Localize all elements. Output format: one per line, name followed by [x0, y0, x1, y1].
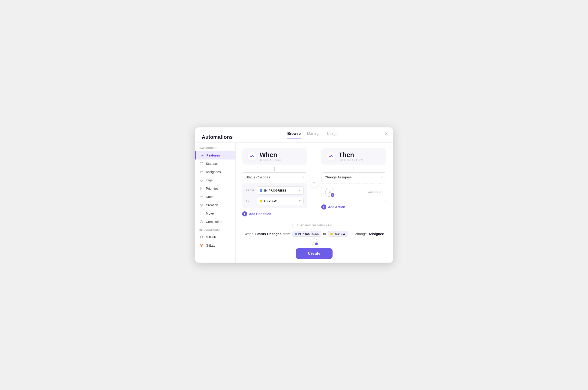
- sidebar-item-creation[interactable]: Creation: [195, 201, 235, 209]
- when-logo: [248, 152, 256, 161]
- tag-icon: [199, 178, 204, 182]
- sidebar-item-priorities[interactable]: Priorities: [195, 184, 235, 193]
- then-header: Then DO THIS ACTION: [321, 148, 387, 165]
- sidebar-item-dates[interactable]: Dates: [195, 193, 235, 201]
- github-icon: [199, 235, 204, 239]
- sidebar-item-move-label: Move: [206, 212, 214, 215]
- add-condition-label: Add Condition: [249, 212, 271, 216]
- clickup-logo-then: [328, 153, 334, 159]
- sidebar-item-tags-label: Tags: [206, 178, 213, 182]
- summary-text: When Status Changes from IN PROGRESS to …: [242, 231, 386, 245]
- action-assignee-box[interactable]: + Advanced: [321, 183, 387, 201]
- advanced-label[interactable]: Advanced: [368, 190, 382, 194]
- tab-browse[interactable]: Browse: [287, 132, 301, 139]
- tab-usage[interactable]: Usage: [327, 132, 338, 139]
- sidebar-item-features-label: Features: [207, 153, 220, 157]
- assignee-plus-badge: +: [331, 193, 334, 197]
- trigger-type-dropdown[interactable]: Status Changes ▾: [242, 172, 307, 182]
- sidebar-item-gitlab-label: GitLab: [206, 244, 215, 247]
- svg-point-1: [201, 171, 202, 172]
- close-button[interactable]: ×: [385, 131, 388, 136]
- svg-point-10: [314, 241, 315, 242]
- sidebar-item-statuses[interactable]: Statuses: [195, 159, 235, 168]
- summary-status-changes: Status Changes: [255, 232, 281, 236]
- users-icon: [199, 170, 204, 174]
- sidebar-item-gitlab[interactable]: GitLab: [195, 241, 235, 250]
- check-circle-icon: [199, 220, 204, 224]
- then-title: Then: [339, 151, 363, 159]
- arrow-circle: →: [310, 178, 319, 187]
- sidebar-item-statuses-label: Statuses: [206, 162, 218, 165]
- summary-to-status: REVIEW: [334, 232, 346, 236]
- to-status-value: REVIEW: [264, 199, 277, 203]
- automations-modal: Automations Browse Manage Usage × CATEGO…: [195, 127, 393, 263]
- modal-title: Automations: [202, 134, 239, 140]
- assignee-avatar: +: [325, 188, 334, 197]
- trigger-block: When THIS HAPPENS Status Changes ▾ FROM: [242, 148, 307, 216]
- summary-from-badge: IN PROGRESS: [292, 231, 321, 237]
- svg-point-2: [202, 171, 203, 172]
- integrations-label: INTEGRATIONS:: [195, 229, 235, 233]
- svg-point-3: [201, 180, 201, 180]
- sidebar-item-creation-label: Creation: [206, 203, 218, 207]
- modal-header: Automations Browse Manage Usage ×: [195, 127, 393, 143]
- from-to-block: FROM IN PROGRESS ▾ TO REVIEW: [242, 183, 307, 208]
- crown-icon: [200, 153, 204, 157]
- summary-when: When: [244, 232, 253, 236]
- sidebar-item-tags[interactable]: Tags: [195, 176, 235, 184]
- sidebar-item-github-label: GitHub: [206, 235, 216, 239]
- add-action-label: Add Action: [328, 205, 345, 209]
- create-button[interactable]: Create: [296, 248, 333, 259]
- flag-icon: [199, 187, 204, 191]
- summary-to-text: to: [323, 232, 326, 236]
- summary-assignee-avatar: +: [311, 239, 318, 245]
- when-connector: [274, 167, 275, 171]
- then-title-block: Then DO THIS ACTION: [339, 151, 363, 161]
- sidebar-item-assignees[interactable]: Assignees: [195, 168, 235, 176]
- sidebar-item-completion[interactable]: Completion: [195, 218, 235, 226]
- clickup-logo-when: [249, 153, 255, 159]
- from-chevron: ▾: [299, 189, 301, 192]
- to-status-dropdown[interactable]: REVIEW ▾: [257, 197, 304, 205]
- trigger-type-value: Status Changes: [245, 175, 270, 179]
- svg-rect-4: [200, 196, 203, 198]
- sidebar-item-dates-label: Dates: [206, 195, 214, 199]
- add-condition-plus-icon: +: [242, 211, 247, 216]
- sidebar-item-assignees-label: Assignees: [206, 170, 221, 174]
- summary-to-dot: [330, 233, 333, 235]
- sidebar-item-move[interactable]: Move: [195, 209, 235, 218]
- when-header: When THIS HAPPENS: [242, 148, 307, 165]
- tab-manage[interactable]: Manage: [307, 132, 321, 139]
- svg-point-9: [329, 191, 331, 193]
- add-condition-button[interactable]: + Add Condition: [242, 211, 271, 216]
- then-logo: [327, 152, 336, 161]
- summary-header: AUTOMATION SUMMARY: [292, 223, 336, 228]
- action-type-dropdown[interactable]: Change Assignee ▾: [321, 172, 387, 182]
- to-label: TO: [246, 199, 254, 202]
- summary-assignee: Assignee: [368, 232, 384, 236]
- plus-circle-icon: [199, 203, 204, 207]
- from-label: FROM: [246, 189, 254, 192]
- action-type-value: Change Assignee: [325, 175, 352, 179]
- to-status-dot: [260, 200, 262, 202]
- calendar-icon: [199, 195, 204, 199]
- summary-assignee-plus: +: [315, 243, 318, 245]
- svg-rect-0: [200, 162, 203, 165]
- summary-to-badge: REVIEW: [328, 231, 348, 237]
- add-action-button[interactable]: + Add Action: [321, 204, 345, 209]
- to-row: TO REVIEW ▾: [246, 197, 304, 205]
- to-chevron: ▾: [299, 199, 301, 202]
- sidebar-item-features[interactable]: Features: [195, 151, 235, 159]
- then-connector: [353, 167, 354, 171]
- from-status-dot: [260, 189, 262, 192]
- from-status-value: IN PROGRESS: [264, 189, 286, 192]
- add-action-plus-icon: +: [321, 204, 326, 209]
- sidebar-item-github[interactable]: GitHub: [195, 233, 235, 241]
- sidebar: CATEGORIES: Features Statuses: [195, 143, 235, 263]
- action-block: Then DO THIS ACTION Change Assignee ▾: [321, 148, 387, 209]
- categories-label: CATEGORIES:: [195, 147, 235, 151]
- summary-from-status: IN PROGRESS: [298, 232, 319, 236]
- from-status-dropdown[interactable]: IN PROGRESS ▾: [257, 187, 304, 195]
- sidebar-item-priorities-label: Priorities: [206, 187, 218, 190]
- gitlab-icon: [199, 244, 204, 247]
